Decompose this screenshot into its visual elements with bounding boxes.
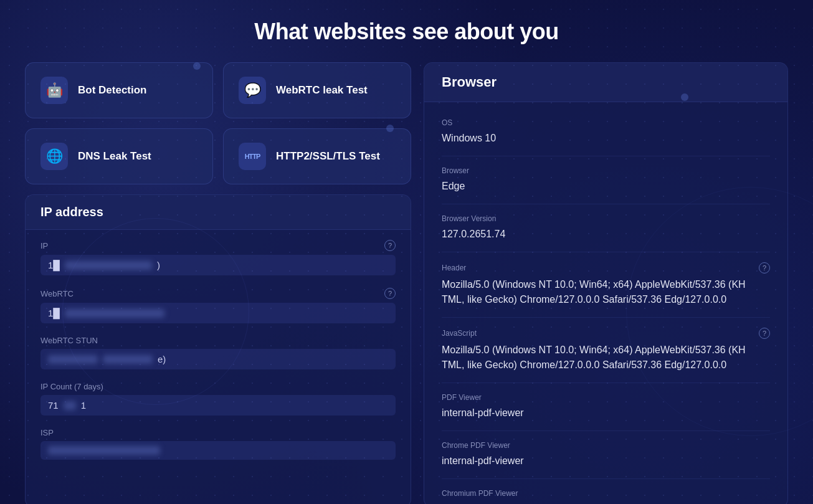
webrtc-help-button[interactable]: ? xyxy=(384,288,396,299)
http-icon: HTTP xyxy=(239,143,266,170)
isp-label: ISP xyxy=(40,428,54,437)
ip-count-header: IP Count (7 days) xyxy=(40,382,396,391)
dns-icon: 🌐 xyxy=(40,143,68,170)
chromium-pdf-label: Chromium PDF Viewer xyxy=(442,489,518,498)
stun-blur-2 xyxy=(103,355,153,364)
webrtc-icon: 💬 xyxy=(239,77,266,104)
os-field: OS Windows 10 xyxy=(442,108,770,156)
browser-title: Browser xyxy=(424,63,787,102)
ip-count-value: 71 1 xyxy=(40,395,396,416)
ip-blur xyxy=(65,261,152,270)
nav-buttons: 🤖 Bot Detection 💬 WebRTC leak Test 🌐 DNS… xyxy=(25,62,411,184)
header-label: Header xyxy=(442,264,466,272)
browser-version-label: Browser Version xyxy=(442,214,496,223)
chrome-pdf-header: Chrome PDF Viewer xyxy=(442,441,770,450)
javascript-label: JavaScript xyxy=(442,329,477,338)
dns-label: DNS Leak Test xyxy=(78,150,151,163)
os-label: OS xyxy=(442,118,452,127)
webrtc-label: WebRTC leak Test xyxy=(276,84,368,97)
chromium-pdf-header: Chromium PDF Viewer xyxy=(442,489,770,498)
chrome-pdf-viewer-field: Chrome PDF Viewer internal-pdf-viewer xyxy=(442,431,770,479)
chrome-pdf-value: internal-pdf-viewer xyxy=(442,454,770,468)
bot-detection-label: Bot Detection xyxy=(78,84,147,97)
stun-blur-1 xyxy=(48,355,98,364)
ip-count-field: IP Count (7 days) 71 1 xyxy=(40,382,396,416)
ip-count-label: IP Count (7 days) xyxy=(40,382,103,391)
browser-name-label: Browser xyxy=(442,166,469,175)
isp-field: ISP xyxy=(40,428,396,460)
dns-leak-button[interactable]: 🌐 DNS Leak Test xyxy=(25,128,213,184)
os-value: Windows 10 xyxy=(442,131,770,146)
isp-header: ISP xyxy=(40,428,396,437)
os-header: OS xyxy=(442,118,770,127)
http2-ssl-button[interactable]: HTTP HTTP2/SSL/TLS Test xyxy=(223,128,411,184)
browser-name-header: Browser xyxy=(442,166,770,175)
pdf-viewer-label: PDF Viewer xyxy=(442,393,482,402)
ip-card-title: IP address xyxy=(26,195,411,230)
chromium-pdf-viewer-field: Chromium PDF Viewer xyxy=(442,479,770,504)
ip-help-button[interactable]: ? xyxy=(384,240,396,251)
count-blur xyxy=(64,401,76,410)
bot-detection-button[interactable]: 🤖 Bot Detection xyxy=(25,62,213,118)
isp-value xyxy=(40,441,396,460)
isp-blur xyxy=(48,446,160,455)
ip-field-label: IP xyxy=(40,241,48,250)
webrtc-leak-button[interactable]: 💬 WebRTC leak Test xyxy=(223,62,411,118)
http2-label: HTTP2/SSL/TLS Test xyxy=(276,150,380,163)
page-title: What websites see about you xyxy=(0,0,813,62)
chrome-pdf-label: Chrome PDF Viewer xyxy=(442,441,510,450)
bot-detection-icon: 🤖 xyxy=(40,77,68,104)
webrtc-blur xyxy=(65,309,164,318)
